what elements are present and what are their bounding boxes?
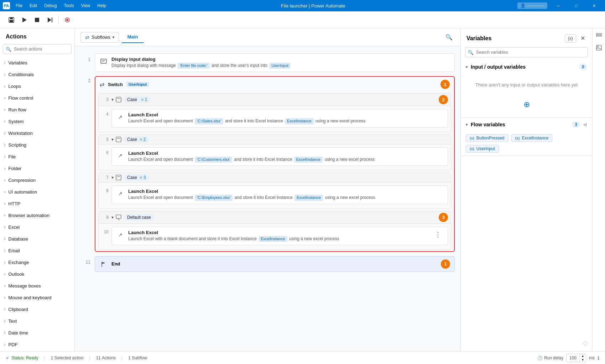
search-actions-input[interactable]	[3, 44, 72, 54]
add-io-variable-button[interactable]: ⊕	[521, 99, 532, 110]
sidebar-item-outlook[interactable]: › Outlook	[0, 270, 74, 279]
step-card-display-input[interactable]: Display input dialog Display input dialo…	[95, 53, 455, 72]
step-card-launch-excel-1[interactable]: ↗ Launch Excel Launch Excel and open doc…	[111, 109, 448, 127]
step-card-launch-excel-default[interactable]: ↗ Launch Excel Launch Excel with a blank…	[111, 227, 448, 245]
sidebar-item-file[interactable]: › File	[0, 152, 74, 161]
sidebar-item-conditionals[interactable]: › Conditionals	[0, 70, 74, 79]
flow-variables-header[interactable]: ▾ Flow variables 3 ⊲	[461, 118, 592, 131]
chevron-right-icon: ›	[4, 237, 5, 241]
sidebar-item-email[interactable]: › Email	[0, 246, 74, 255]
layers-icon-button[interactable]	[593, 28, 605, 41]
next-step-button[interactable]	[44, 14, 56, 26]
run-delay-text: Run delay	[544, 355, 563, 360]
canvas-search-button[interactable]: 🔍	[443, 32, 455, 43]
io-variables-header[interactable]: ▾ Input / output variables 0	[461, 60, 592, 74]
step-number-10: 10	[101, 227, 109, 234]
search-variables-input[interactable]	[465, 47, 588, 57]
step-number-1: 1	[80, 53, 90, 62]
sidebar-item-database[interactable]: › Database	[0, 234, 74, 243]
more-options-button[interactable]: ⋮	[433, 230, 443, 239]
flow-variables-filter-button[interactable]: ⊲	[583, 122, 587, 127]
svg-marker-5	[48, 17, 51, 22]
sidebar-item-variables[interactable]: › Variables	[0, 58, 74, 67]
sidebar-item-mouse-keyboard[interactable]: › Mouse and keyboard	[0, 293, 74, 302]
sidebar-item-label: Mouse and keyboard	[8, 295, 51, 300]
sidebar-item-flow-control[interactable]: › Flow control	[0, 94, 74, 102]
step-card-launch-excel-3[interactable]: ↗ Launch Excel Launch Excel and open doc…	[111, 185, 448, 204]
flow-section-title: Flow variables	[471, 122, 569, 127]
sidebar-item-compression[interactable]: › Compression	[0, 176, 74, 185]
step-number-6: 6	[101, 147, 109, 155]
canvas-area: ⇄ Subflows ▾ Main 🔍 1 Display input d	[75, 28, 460, 351]
case-chevron-1: ▾	[111, 97, 114, 102]
maximize-button[interactable]: □	[568, 0, 584, 11]
sidebar-item-scripting[interactable]: › Scripting	[0, 141, 74, 149]
window-controls: ─ □ ✕	[550, 0, 602, 11]
var-chip-buttonpressed[interactable]: (x) ButtonPressed	[466, 134, 508, 142]
save-button[interactable]	[6, 14, 17, 26]
stop-button[interactable]	[31, 14, 43, 26]
sidebar-item-text[interactable]: › Text	[0, 317, 74, 326]
step-number-5: 5	[101, 137, 109, 142]
sidebar-item-clipboard[interactable]: › Clipboard	[0, 305, 74, 314]
chevron-right-icon: ›	[4, 73, 5, 77]
sidebar-item-pdf[interactable]: › PDF	[0, 340, 74, 349]
switch-header[interactable]: ⇄ Switch UserInput 1	[95, 77, 454, 92]
sidebar-item-loops[interactable]: › Loops	[0, 82, 74, 91]
subflows-button[interactable]: ⇄ Subflows ▾	[80, 32, 119, 43]
chevron-right-icon: ›	[4, 155, 5, 159]
sidebar-item-date-time[interactable]: › Date time	[0, 328, 74, 337]
var-chip-excelinstance[interactable]: (x) ExcelInstance	[511, 134, 553, 142]
var-name-userinput: UserInput	[476, 146, 495, 151]
image-icon-button[interactable]	[593, 41, 605, 54]
sidebar-item-message-boxes[interactable]: › Message boxes	[0, 281, 74, 290]
sidebar-item-http[interactable]: › HTTP	[0, 199, 74, 208]
menu-view[interactable]: View	[78, 2, 93, 9]
menu-tools[interactable]: Tools	[61, 2, 77, 9]
var-chip-userinput[interactable]: (x) UserInput	[466, 145, 499, 153]
step-card-launch-excel-2[interactable]: ↗ Launch Excel Launch Excel and open doc…	[111, 147, 448, 166]
menu-file[interactable]: File	[13, 2, 25, 9]
actions-count: 11 Actions	[96, 355, 116, 360]
end-card[interactable]: End 1	[95, 256, 455, 272]
run-delay-value[interactable]: 100	[567, 355, 579, 361]
run-button[interactable]	[19, 14, 30, 26]
sidebar-item-excel[interactable]: › Excel	[0, 223, 74, 232]
run-delay-down-button[interactable]: ▼	[579, 358, 586, 362]
step-title-6: Launch Excel	[128, 151, 443, 156]
run-delay-group: 🕐 Run delay 100 ▲ ▼ ms ℹ	[537, 354, 599, 362]
sidebar-item-label: Clipboard	[8, 307, 28, 312]
run-delay-up-button[interactable]: ▲	[579, 354, 586, 358]
step-text-4: Launch Excel Launch Excel and open docum…	[128, 112, 443, 124]
sidebar-item-label: Folder	[8, 166, 21, 171]
chevron-right-icon: ›	[4, 190, 5, 194]
variables-header-row: Variables {x} ✕	[461, 28, 592, 46]
variables-close-button[interactable]: ✕	[579, 33, 586, 43]
close-button[interactable]: ✕	[586, 0, 602, 11]
sidebar-item-ui-automation[interactable]: › UI automation	[0, 188, 74, 196]
sidebar-item-run-flow[interactable]: › Run flow	[0, 105, 74, 114]
variables-xbtn[interactable]: {x}	[565, 34, 576, 43]
actions-title: Actions	[0, 28, 74, 43]
sidebar-item-browser-automation[interactable]: › Browser automation	[0, 211, 74, 220]
sidebar-item-system[interactable]: › System	[0, 117, 74, 126]
tab-main[interactable]: Main	[122, 31, 144, 43]
sidebar-item-folder[interactable]: › Folder	[0, 164, 74, 173]
menu-help[interactable]: Help	[94, 2, 109, 9]
svg-rect-16	[116, 175, 121, 180]
minimize-button[interactable]: ─	[550, 0, 567, 11]
info-icon[interactable]: ℹ	[598, 355, 599, 361]
default-case-block: 9 ▾ Default case 3 10 ↗	[98, 211, 451, 250]
sidebar-item-label: Conditionals	[8, 72, 34, 77]
user-account[interactable]: 👤 ···············	[517, 2, 547, 9]
switch-block: ⇄ Switch UserInput 1 3 ▾	[95, 75, 455, 253]
sidebar-item-exchange[interactable]: › Exchange	[0, 258, 74, 267]
diamond-icon-button[interactable]: ◇	[583, 339, 588, 347]
sidebar-item-workstation[interactable]: › Workstation	[0, 129, 74, 138]
menu-edit[interactable]: Edit	[27, 2, 40, 9]
sidebar-item-label: Date time	[8, 330, 28, 336]
menu-debug[interactable]: Debug	[41, 2, 59, 9]
record-button[interactable]	[62, 14, 73, 26]
sidebar-item-label: Browser automation	[8, 213, 49, 218]
io-section-chevron: ▾	[466, 65, 468, 69]
